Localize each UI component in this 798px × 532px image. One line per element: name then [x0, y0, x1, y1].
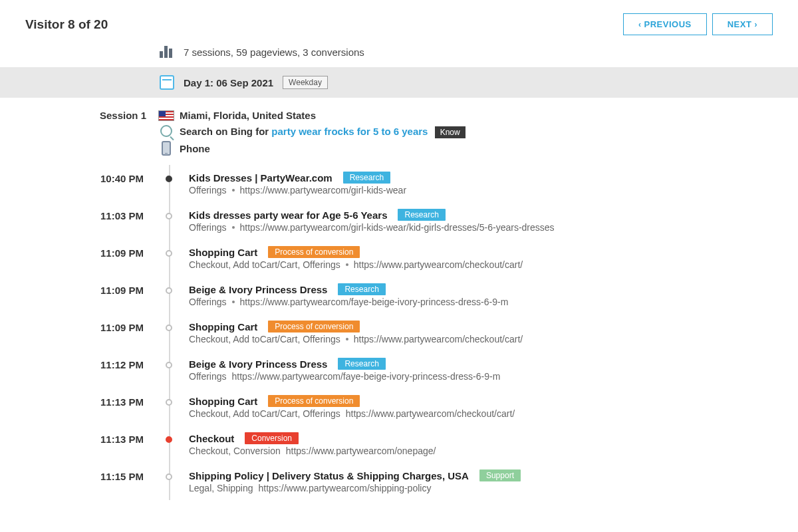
separator-dot-icon	[346, 338, 348, 340]
separator-dot-icon	[232, 226, 235, 229]
weekday-badge: Weekday	[283, 76, 328, 89]
timeline-event[interactable]: 11:03 PMKids dresses party wear for Age …	[0, 202, 773, 239]
event-title: Shopping Cart	[189, 247, 257, 258]
timeline-dot-icon	[166, 250, 172, 257]
event-title: Beige & Ivory Princess Dress	[189, 284, 327, 295]
page-title: Visitor 8 of 20	[25, 17, 108, 32]
timeline-dot-icon	[166, 176, 172, 182]
event-title: Beige & Ivory Princess Dress	[189, 358, 327, 370]
event-category: Offerings	[189, 371, 227, 382]
event-time: 11:09 PM	[0, 321, 153, 333]
session-location: Miami, Florida, United States	[180, 110, 773, 121]
event-tag: Process of conversion	[268, 321, 360, 332]
event-time: 11:12 PM	[0, 358, 153, 370]
device-label: Phone	[180, 143, 773, 154]
next-label: NEXT	[728, 19, 752, 29]
know-badge: Know	[435, 126, 466, 138]
next-button[interactable]: NEXT ›	[712, 13, 773, 35]
timeline-event[interactable]: 11:13 PMCheckoutConversionCheckout, Conv…	[0, 426, 773, 463]
event-url: https://www.partywearcom/onepage/	[286, 446, 436, 456]
event-time: 11:09 PM	[0, 246, 153, 259]
search-icon	[160, 125, 172, 137]
event-category: Offerings	[189, 297, 227, 307]
separator-dot-icon	[232, 301, 235, 303]
previous-label: PREVIOUS	[644, 19, 692, 29]
separator-dot-icon	[232, 189, 235, 192]
event-url: https://www.partywearcom/girl-kids-wear/…	[240, 222, 555, 233]
event-tag: Research	[398, 209, 445, 221]
timeline: 10:40 PMKids Dresses | PartyWear.comRese…	[0, 165, 773, 500]
event-title: Kids Dresses | PartyWear.com	[189, 172, 332, 184]
event-url: https://www.partywearcom/shipping-policy	[259, 483, 432, 493]
event-url: https://www.partywearcom/faye-beige-ivor…	[240, 297, 509, 307]
event-category: Checkout, Add toCart/Cart, Offerings	[189, 334, 340, 344]
event-category: Checkout, Conversion	[189, 446, 281, 456]
event-time: 11:09 PM	[0, 283, 153, 296]
event-time: 10:40 PM	[0, 172, 153, 184]
event-time: 11:15 PM	[0, 469, 153, 482]
timeline-dot-icon	[166, 362, 172, 368]
timeline-event[interactable]: 11:15 PMShipping Policy | Delivery Statu…	[0, 463, 773, 500]
event-tag: Research	[338, 358, 385, 370]
event-url: https://www.partywearcom/checkout/cart/	[354, 334, 523, 344]
event-time: 11:13 PM	[0, 395, 153, 408]
event-title: Shopping Cart	[189, 321, 257, 332]
event-title: Kids dresses party wear for Age 5-6 Year…	[189, 209, 387, 221]
us-flag-icon	[158, 110, 174, 121]
event-category: Offerings	[189, 185, 227, 196]
search-line: Search on Bing for party wear frocks for…	[180, 126, 773, 137]
search-query[interactable]: party wear frocks for 5 to 6 years	[271, 126, 428, 137]
event-category: Legal, Shipping	[189, 483, 253, 493]
chevron-right-icon: ›	[755, 20, 758, 29]
event-time: 11:03 PM	[0, 209, 153, 221]
event-url: https://www.partywearcom/checkout/cart/	[354, 259, 523, 270]
timeline-event[interactable]: 11:09 PMBeige & Ivory Princess DressRese…	[0, 277, 773, 314]
previous-button[interactable]: ‹ PREVIOUS	[623, 13, 707, 35]
summary-row: 7 sessions, 59 pageviews, 3 conversions	[0, 42, 798, 67]
event-title: Shopping Cart	[189, 396, 257, 407]
search-prefix: Search on Bing for	[180, 126, 271, 137]
event-tag: Research	[343, 172, 390, 184]
session-label: Session 1	[0, 110, 153, 121]
timeline-event[interactable]: 11:09 PMShopping CartProcess of conversi…	[0, 239, 773, 277]
event-time: 11:13 PM	[0, 432, 153, 445]
event-category: Checkout, Add toCart/Cart, Offerings	[189, 259, 340, 270]
separator-dot-icon	[346, 263, 348, 266]
event-tag: Process of conversion	[268, 395, 360, 407]
event-url: https://www.partywearcom/checkout/cart/	[346, 408, 515, 419]
phone-icon	[162, 141, 171, 156]
event-category: Checkout, Add toCart/Cart, Offerings	[189, 408, 340, 419]
day-bar: Day 1: 06 Sep 2021 Weekday	[0, 67, 798, 98]
timeline-event[interactable]: 10:40 PMKids Dresses | PartyWear.comRese…	[0, 165, 773, 202]
event-tag: Support	[479, 469, 521, 481]
event-category: Offerings	[189, 222, 227, 233]
event-tag: Conversion	[245, 432, 299, 444]
event-title: Checkout	[189, 433, 234, 444]
event-url: https://www.partywearcom/faye-beige-ivor…	[232, 371, 501, 382]
timeline-dot-icon	[166, 436, 172, 443]
event-tag: Process of conversion	[268, 246, 360, 258]
chevron-left-icon: ‹	[638, 20, 642, 29]
timeline-dot-icon	[166, 287, 172, 294]
timeline-dot-icon	[166, 399, 172, 406]
calendar-icon	[160, 75, 174, 90]
nav-buttons: ‹ PREVIOUS NEXT ›	[623, 13, 773, 35]
timeline-dot-icon	[166, 325, 172, 331]
bar-chart-icon	[160, 46, 174, 58]
timeline-event[interactable]: 11:09 PMShopping CartProcess of conversi…	[0, 314, 773, 351]
event-tag: Research	[338, 283, 385, 295]
event-url: https://www.partywearcom/girl-kids-wear	[240, 185, 407, 196]
day-label: Day 1: 06 Sep 2021	[184, 77, 273, 88]
timeline-event[interactable]: 11:12 PMBeige & Ivory Princess DressRese…	[0, 351, 773, 388]
summary-text: 7 sessions, 59 pageviews, 3 conversions	[184, 47, 364, 58]
timeline-dot-icon	[166, 213, 172, 219]
timeline-event[interactable]: 11:13 PMShopping CartProcess of conversi…	[0, 388, 773, 426]
timeline-dot-icon	[166, 473, 172, 480]
event-title: Shipping Policy | Delivery Status & Ship…	[189, 470, 469, 481]
